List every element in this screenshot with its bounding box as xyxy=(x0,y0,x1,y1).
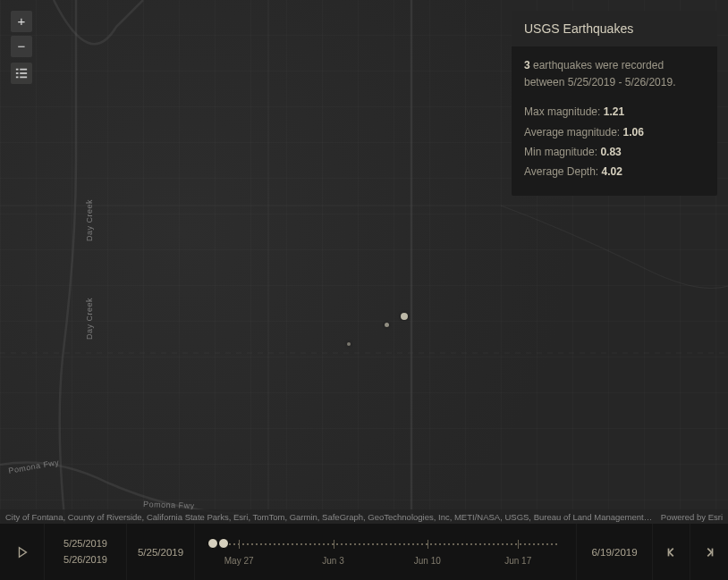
info-panel: USGS Earthquakes 3 earthquakes were reco… xyxy=(512,11,717,196)
zoom-in-button[interactable]: + xyxy=(11,11,32,32)
plus-icon: + xyxy=(18,12,26,31)
legend-icon xyxy=(15,67,28,80)
slider-handle-end[interactable] xyxy=(218,538,229,549)
step-forward-button[interactable] xyxy=(690,524,728,580)
stat-max-magnitude: Max magnitude: 1.21 xyxy=(524,104,705,121)
quake-count: 3 xyxy=(524,59,530,71)
step-back-icon xyxy=(665,546,678,559)
current-date: 5/25/2019 xyxy=(127,524,195,580)
earthquake-marker[interactable] xyxy=(347,342,351,346)
attribution-sources: City of Fontana, County of Riverside, Ca… xyxy=(5,512,654,522)
stat-min-magnitude: Min magnitude: 0.83 xyxy=(524,144,705,161)
svg-rect-4 xyxy=(16,77,19,79)
panel-summary-text: earthquakes were recorded between 5/25/2… xyxy=(524,59,675,88)
earthquake-marker[interactable] xyxy=(401,313,408,320)
earthquake-marker[interactable] xyxy=(385,323,389,327)
svg-rect-2 xyxy=(16,72,19,74)
attribution-bar: City of Fontana, County of Riverside, Ca… xyxy=(0,509,728,524)
svg-rect-1 xyxy=(20,69,27,71)
svg-rect-3 xyxy=(20,72,27,74)
panel-summary: 3 earthquakes were recorded between 5/25… xyxy=(524,57,705,91)
road-label-daycreek: Day Creek xyxy=(85,199,94,241)
road-label-daycreek-2: Day Creek xyxy=(85,298,94,340)
svg-rect-0 xyxy=(16,69,19,71)
road-label-pomona: Pomona Fwy xyxy=(8,458,60,475)
panel-title: USGS Earthquakes xyxy=(512,11,717,46)
time-slider-bar: 5/25/2019 5/26/2019 5/25/2019 May 27 Jun… xyxy=(0,524,728,580)
window-start: 5/25/2019 xyxy=(63,536,107,552)
legend-button[interactable] xyxy=(11,63,32,84)
slider-handle-start[interactable] xyxy=(207,538,218,549)
attribution-powered[interactable]: Powered by Esri xyxy=(654,512,723,522)
svg-rect-5 xyxy=(20,77,27,79)
slider-ticks xyxy=(211,540,560,549)
step-forward-icon xyxy=(703,546,715,559)
time-slider[interactable]: May 27 Jun 3 Jun 10 Jun 17 xyxy=(195,524,576,580)
extent-end-date: 6/19/2019 xyxy=(576,524,653,580)
window-end: 5/26/2019 xyxy=(63,552,107,568)
zoom-out-button[interactable]: − xyxy=(11,36,32,57)
play-icon xyxy=(16,546,29,559)
stat-avg-depth: Average Depth: 4.02 xyxy=(524,164,705,181)
minus-icon: − xyxy=(18,37,26,56)
stat-avg-magnitude: Average magnitude: 1.06 xyxy=(524,124,705,141)
play-button[interactable] xyxy=(0,524,45,580)
time-window-range: 5/25/2019 5/26/2019 xyxy=(45,524,127,580)
zoom-controls: + − xyxy=(11,11,32,57)
step-back-button[interactable] xyxy=(653,524,690,580)
